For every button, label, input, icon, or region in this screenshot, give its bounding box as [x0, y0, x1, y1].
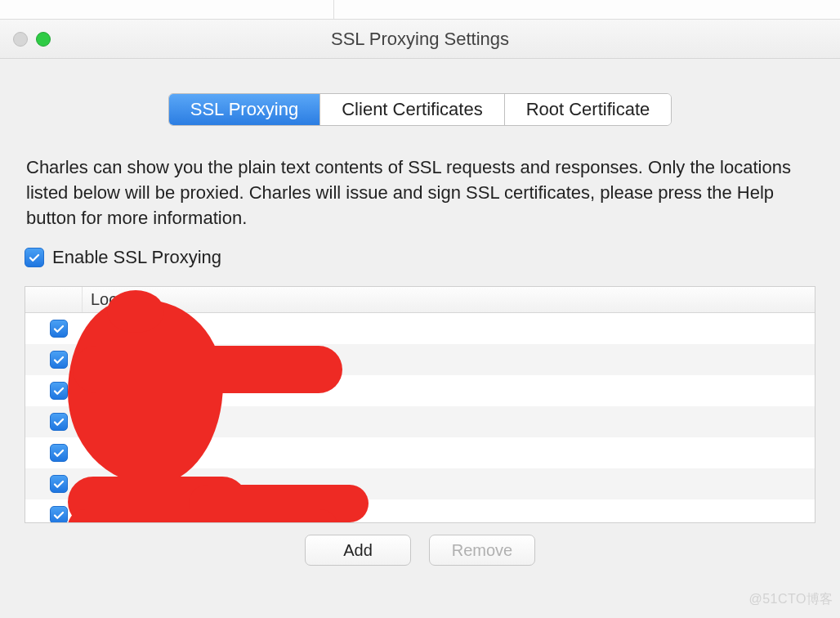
row-checkbox[interactable]: [50, 320, 68, 338]
action-buttons: Add Remove: [25, 535, 815, 566]
dialog-content: SSL Proxying Client Certificates Root Ce…: [0, 59, 840, 566]
checkmark-icon: [28, 251, 41, 264]
redaction-overlay: [73, 346, 342, 393]
row-checkbox[interactable]: [50, 351, 68, 369]
checkmark-icon: [52, 415, 65, 428]
tab-bar: SSL Proxying Client Certificates Root Ce…: [25, 93, 815, 126]
description-text: Charles can show you the plain text cont…: [25, 155, 815, 231]
row-checkbox[interactable]: [50, 413, 68, 431]
segmented-control: SSL Proxying Client Certificates Root Ce…: [168, 93, 672, 126]
row-checkbox[interactable]: [50, 506, 68, 523]
top-border-strip: [0, 0, 840, 20]
minimize-window-icon[interactable]: [36, 32, 51, 47]
table-header-location: Location: [83, 290, 815, 309]
tab-ssl-proxying[interactable]: SSL Proxying: [169, 94, 320, 125]
enable-ssl-proxying-label: Enable SSL Proxying: [52, 247, 221, 268]
close-window-icon[interactable]: [13, 32, 28, 47]
row-checkbox[interactable]: [50, 382, 68, 400]
watermark-text: @51CTO博客: [748, 591, 833, 608]
checkmark-icon: [52, 446, 65, 459]
row-checkbox[interactable]: [50, 444, 68, 462]
enable-ssl-proxying-checkbox[interactable]: [25, 248, 44, 267]
remove-button: Remove: [429, 535, 535, 566]
window-title: SSL Proxying Settings: [331, 29, 509, 50]
row-checkbox[interactable]: [50, 475, 68, 493]
window-controls: [13, 32, 51, 47]
enable-ssl-proxying-row: Enable SSL Proxying: [25, 247, 815, 268]
table-header-checkbox-col: [25, 287, 83, 312]
tab-root-certificate[interactable]: Root Certificate: [505, 94, 672, 125]
tab-client-certificates[interactable]: Client Certificates: [320, 94, 504, 125]
checkmark-icon: [52, 353, 65, 366]
redaction-overlay: [68, 509, 337, 523]
checkmark-icon: [52, 322, 65, 335]
window-titlebar: SSL Proxying Settings: [0, 20, 840, 59]
table-body: [25, 313, 815, 523]
checkmark-icon: [52, 508, 65, 522]
locations-table: Location: [25, 286, 815, 523]
checkmark-icon: [52, 384, 65, 397]
checkmark-icon: [52, 477, 65, 490]
add-button[interactable]: Add: [305, 535, 411, 566]
